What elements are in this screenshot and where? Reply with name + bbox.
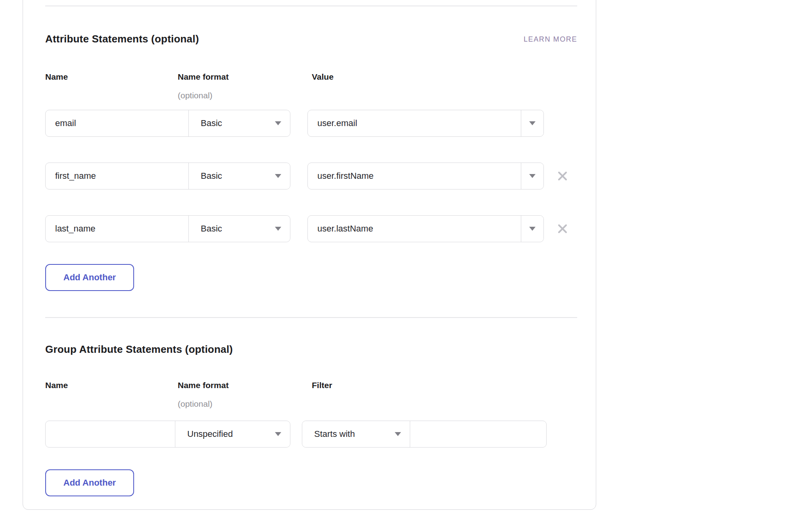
- attr-name-format-select[interactable]: Basic: [189, 163, 290, 189]
- attr-name-format-select[interactable]: Basic: [189, 110, 290, 136]
- triangle-down-icon: [529, 121, 536, 125]
- triangle-down-icon: [275, 432, 281, 436]
- attr-value-dropdown-button[interactable]: [521, 110, 543, 136]
- x-icon: [557, 170, 568, 182]
- triangle-down-icon: [275, 174, 281, 178]
- group-name-format-select[interactable]: Unspecified: [175, 421, 290, 447]
- attr-col-header-value: Value: [312, 72, 334, 82]
- group-attribute-row: Unspecified Starts with: [45, 421, 577, 448]
- attr-col-header-name: Name: [45, 72, 68, 82]
- group-filter-group: Starts with: [302, 421, 547, 448]
- group-col-header-name-format-note: (optional): [178, 399, 213, 409]
- attr-value-combobox: [307, 110, 544, 137]
- attr-name-format-value: Basic: [201, 171, 222, 181]
- group-filter-value-input[interactable]: [410, 421, 546, 447]
- group-name-format-group: Unspecified: [45, 421, 290, 448]
- attr-name-format-group: Basic: [45, 215, 290, 242]
- triangle-down-icon: [275, 227, 281, 231]
- attr-name-input[interactable]: [46, 216, 189, 242]
- group-attribute-statements-title: Group Attribute Statements (optional): [45, 343, 233, 356]
- attr-col-header-name-format-note: (optional): [178, 91, 213, 100]
- triangle-down-icon: [529, 227, 536, 231]
- remove-row-button[interactable]: [555, 169, 570, 183]
- group-filter-type-select[interactable]: Starts with: [302, 421, 410, 447]
- group-filter-type-value: Starts with: [314, 429, 355, 439]
- attr-col-header-name-format: Name format: [178, 72, 228, 82]
- attr-name-format-group: Basic: [45, 163, 290, 189]
- group-col-header-name-format: Name format: [178, 381, 228, 390]
- group-col-header-filter: Filter: [312, 381, 332, 390]
- attr-name-format-value: Basic: [201, 118, 222, 128]
- section-divider-middle: [45, 317, 577, 318]
- attr-name-format-group: Basic: [45, 110, 290, 137]
- settings-card: Attribute Statements (optional) LEARN MO…: [23, 0, 596, 510]
- attr-name-input[interactable]: [46, 110, 189, 136]
- triangle-down-icon: [275, 121, 281, 125]
- add-group-attribute-button[interactable]: Add Another: [45, 469, 134, 496]
- attr-value-dropdown-button[interactable]: [521, 216, 543, 242]
- remove-row-button[interactable]: [555, 222, 570, 236]
- attr-value-input[interactable]: [308, 110, 521, 136]
- group-name-format-value: Unspecified: [187, 429, 233, 439]
- attr-name-input[interactable]: [46, 163, 189, 189]
- attr-name-format-select[interactable]: Basic: [189, 216, 290, 242]
- learn-more-link[interactable]: LEARN MORE: [524, 35, 577, 44]
- section-divider-top: [45, 6, 577, 6]
- saml-settings-page: Attribute Statements (optional) LEARN MO…: [0, 0, 791, 532]
- attr-value-input[interactable]: [308, 163, 521, 189]
- attr-name-format-value: Basic: [201, 224, 222, 234]
- attribute-row: Basic: [45, 163, 577, 189]
- triangle-down-icon: [529, 174, 536, 178]
- attr-value-dropdown-button[interactable]: [521, 163, 543, 189]
- add-attribute-button[interactable]: Add Another: [45, 264, 134, 291]
- card-content: Attribute Statements (optional) LEARN MO…: [45, 0, 577, 521]
- attr-value-combobox: [307, 163, 544, 189]
- group-name-input[interactable]: [46, 421, 175, 447]
- attribute-row: Basic: [45, 110, 577, 137]
- attr-value-combobox: [307, 215, 544, 242]
- attribute-statements-title: Attribute Statements (optional): [45, 33, 199, 45]
- attr-value-input[interactable]: [308, 216, 521, 242]
- group-col-header-name: Name: [45, 381, 68, 390]
- triangle-down-icon: [395, 432, 401, 436]
- attribute-row: Basic: [45, 215, 577, 242]
- x-icon: [557, 223, 568, 234]
